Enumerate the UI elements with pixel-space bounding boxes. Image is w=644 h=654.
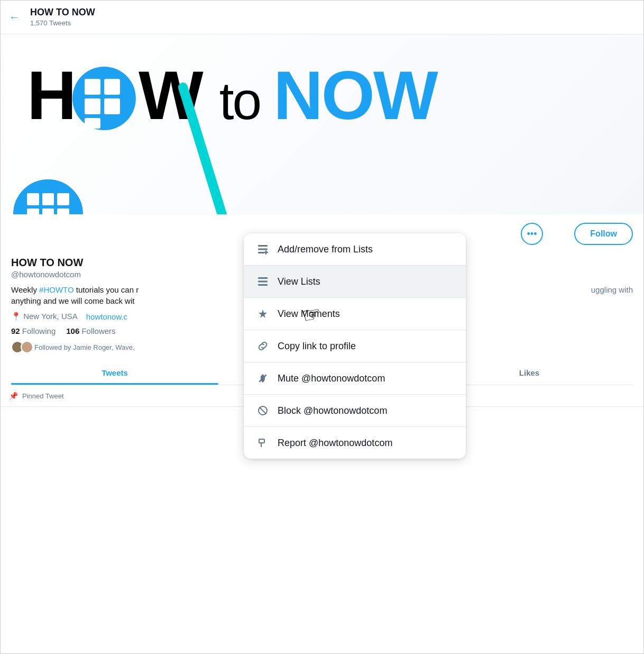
location: 📍 New York, USA <box>11 312 78 321</box>
svg-rect-2 <box>104 79 120 95</box>
follow-button[interactable]: Follow <box>574 223 633 245</box>
svg-marker-16 <box>259 310 267 318</box>
back-button[interactable]: ← <box>9 11 20 23</box>
menu-label-mute: Mute @howtonowdotcom <box>278 373 385 384</box>
menu-item-block[interactable]: Block @howtonowdotcom <box>244 395 466 426</box>
tab-tweets[interactable]: Tweets <box>11 361 218 385</box>
svg-line-19 <box>260 407 266 414</box>
mute-icon <box>256 372 269 385</box>
dropdown-menu: Add/remove from Lists View Lists View Mo… <box>244 233 466 459</box>
svg-rect-5 <box>85 118 100 129</box>
pin-icon: 📌 <box>9 392 18 400</box>
followers-count[interactable]: 106 Followers <box>66 326 115 335</box>
svg-rect-3 <box>85 98 100 114</box>
svg-rect-10 <box>258 252 264 253</box>
banner-text: H W to NOW <box>27 61 643 138</box>
menu-item-view-lists[interactable]: View Lists <box>244 266 466 297</box>
report-icon <box>256 437 269 449</box>
svg-line-7 <box>183 87 225 214</box>
svg-rect-13 <box>258 277 268 279</box>
website-link[interactable]: howtonow.c <box>86 312 127 321</box>
link-icon <box>256 340 269 352</box>
header-info: HOW TO NOW 1,570 Tweets <box>30 7 95 28</box>
menu-label-block: Block @howtonowdotcom <box>278 405 387 416</box>
svg-rect-14 <box>258 281 268 283</box>
banner-how: H <box>27 57 75 134</box>
svg-rect-15 <box>258 284 268 286</box>
header-title: HOW TO NOW <box>30 7 95 18</box>
menu-item-view-moments[interactable]: View Moments <box>244 298 466 330</box>
menu-label-view-moments: View Moments <box>278 308 340 320</box>
menu-item-mute[interactable]: Mute @howtonowdotcom <box>244 362 466 394</box>
list-icon <box>256 243 269 256</box>
header: ← HOW TO NOW 1,570 Tweets <box>1 1 643 34</box>
menu-item-copy-link[interactable]: Copy link to profile <box>244 330 466 362</box>
banner-now: NOW <box>273 57 437 134</box>
svg-rect-8 <box>258 245 268 247</box>
follower-avatars <box>11 341 30 353</box>
menu-label-view-lists: View Lists <box>278 276 320 287</box>
menu-item-add-remove-lists[interactable]: Add/remove from Lists <box>244 233 466 265</box>
menu-item-report[interactable]: Report @howtonowdotcom <box>244 427 466 459</box>
svg-point-0 <box>72 67 136 130</box>
more-options-button[interactable]: ••• <box>521 223 543 245</box>
hashtag[interactable]: #HOWTO <box>39 285 74 294</box>
follower-avatar-2 <box>21 341 33 353</box>
moments-icon <box>256 307 269 320</box>
svg-rect-20 <box>259 439 264 443</box>
teal-arrow <box>141 77 257 214</box>
svg-rect-1 <box>85 79 100 95</box>
view-list-icon <box>256 275 269 288</box>
avatar <box>11 177 85 214</box>
svg-rect-4 <box>104 98 120 114</box>
banner-circle <box>75 58 139 133</box>
block-icon <box>256 404 269 417</box>
avatar-grid <box>27 193 69 214</box>
svg-rect-9 <box>258 249 268 250</box>
menu-label-report: Report @howtonowdotcom <box>278 438 392 449</box>
bio-overflow: uggling with <box>591 284 633 295</box>
following-count[interactable]: 92 Following <box>11 326 56 335</box>
pinned-label: Pinned Tweet <box>22 392 64 400</box>
menu-label-add-remove: Add/remove from Lists <box>278 244 373 255</box>
menu-label-copy-link: Copy link to profile <box>278 341 356 352</box>
tweet-count: 1,570 Tweets <box>30 19 71 27</box>
cover-area: H W to NOW <box>1 34 643 214</box>
